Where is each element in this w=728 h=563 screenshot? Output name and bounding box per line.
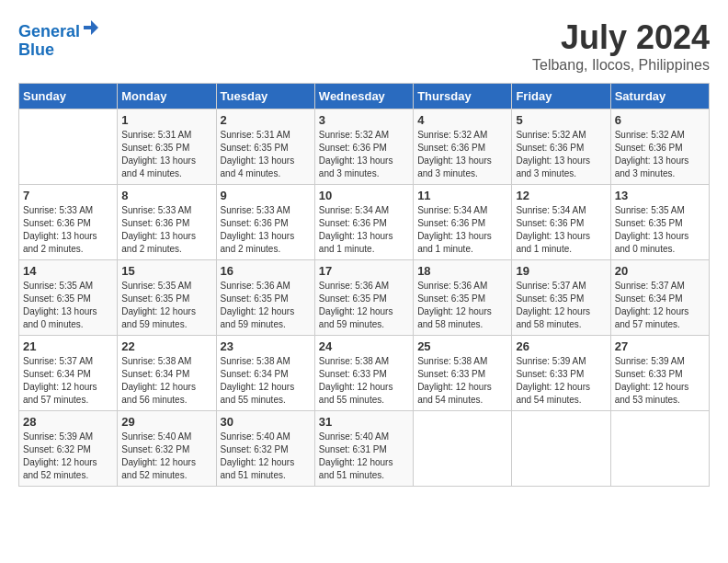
day-number: 28 [23,415,113,429]
day-cell: 8Sunrise: 5:33 AM Sunset: 6:36 PM Daylig… [118,185,216,260]
day-cell: 29Sunrise: 5:40 AM Sunset: 6:32 PM Dayli… [118,411,216,487]
day-cell: 6Sunrise: 5:32 AM Sunset: 6:36 PM Daylig… [610,109,709,185]
day-number: 4 [417,113,507,127]
day-cell: 21Sunrise: 5:37 AM Sunset: 6:34 PM Dayli… [19,336,118,411]
day-number: 7 [23,189,113,202]
day-number: 21 [23,339,113,353]
day-info: Sunrise: 5:32 AM Sunset: 6:36 PM Dayligh… [516,129,606,180]
day-info: Sunrise: 5:39 AM Sunset: 6:32 PM Dayligh… [23,431,113,482]
day-info: Sunrise: 5:39 AM Sunset: 6:33 PM Dayligh… [516,355,606,407]
day-number: 17 [319,264,409,278]
day-info: Sunrise: 5:38 AM Sunset: 6:34 PM Dayligh… [221,355,311,407]
day-cell [610,411,709,487]
day-number: 3 [319,113,409,127]
main-title: July 2024 [532,18,710,57]
day-cell: 4Sunrise: 5:32 AM Sunset: 6:36 PM Daylig… [414,109,512,185]
day-info: Sunrise: 5:40 AM Sunset: 6:32 PM Dayligh… [221,431,311,482]
col-header-wednesday: Wednesday [314,84,413,109]
day-cell: 26Sunrise: 5:39 AM Sunset: 6:33 PM Dayli… [512,336,610,411]
day-info: Sunrise: 5:31 AM Sunset: 6:35 PM Dayligh… [221,129,311,180]
day-info: Sunrise: 5:34 AM Sunset: 6:36 PM Dayligh… [516,204,606,256]
day-info: Sunrise: 5:40 AM Sunset: 6:31 PM Dayligh… [319,431,409,482]
day-number: 8 [121,189,211,202]
day-cell: 25Sunrise: 5:38 AM Sunset: 6:33 PM Dayli… [414,336,512,411]
col-header-monday: Monday [118,84,216,109]
day-number: 6 [615,113,705,127]
day-cell [19,109,118,185]
day-number: 13 [615,189,705,202]
day-cell: 2Sunrise: 5:31 AM Sunset: 6:35 PM Daylig… [216,109,314,185]
day-number: 16 [221,264,311,278]
day-info: Sunrise: 5:38 AM Sunset: 6:33 PM Dayligh… [319,355,409,407]
logo-text: General Blue [18,18,100,60]
day-info: Sunrise: 5:34 AM Sunset: 6:36 PM Dayligh… [319,204,409,256]
week-row-2: 7Sunrise: 5:33 AM Sunset: 6:36 PM Daylig… [19,185,710,260]
day-info: Sunrise: 5:40 AM Sunset: 6:32 PM Dayligh… [121,431,211,482]
day-cell: 7Sunrise: 5:33 AM Sunset: 6:36 PM Daylig… [19,185,118,260]
day-cell: 1Sunrise: 5:31 AM Sunset: 6:35 PM Daylig… [118,109,216,185]
day-number: 19 [516,264,606,278]
day-cell: 17Sunrise: 5:36 AM Sunset: 6:35 PM Dayli… [314,260,413,336]
week-row-5: 28Sunrise: 5:39 AM Sunset: 6:32 PM Dayli… [19,411,710,487]
day-cell: 18Sunrise: 5:36 AM Sunset: 6:35 PM Dayli… [414,260,512,336]
col-header-tuesday: Tuesday [216,84,314,109]
day-info: Sunrise: 5:38 AM Sunset: 6:34 PM Dayligh… [121,355,211,407]
day-number: 15 [121,264,211,278]
day-cell: 19Sunrise: 5:37 AM Sunset: 6:35 PM Dayli… [512,260,610,336]
day-number: 11 [417,189,507,202]
col-header-friday: Friday [512,84,610,109]
page-header: General Blue July 2024 Telbang, Ilocos, … [18,18,710,74]
day-number: 9 [221,189,311,202]
day-info: Sunrise: 5:32 AM Sunset: 6:36 PM Dayligh… [319,129,409,180]
day-number: 2 [221,113,311,127]
day-info: Sunrise: 5:31 AM Sunset: 6:35 PM Dayligh… [121,129,211,180]
day-info: Sunrise: 5:32 AM Sunset: 6:36 PM Dayligh… [417,129,507,180]
day-info: Sunrise: 5:35 AM Sunset: 6:35 PM Dayligh… [121,280,211,331]
day-info: Sunrise: 5:33 AM Sunset: 6:36 PM Dayligh… [23,204,113,256]
day-info: Sunrise: 5:34 AM Sunset: 6:36 PM Dayligh… [417,204,507,256]
day-number: 23 [221,339,311,353]
title-area: July 2024 Telbang, Ilocos, Philippines [532,18,710,74]
day-number: 12 [516,189,606,202]
day-cell: 28Sunrise: 5:39 AM Sunset: 6:32 PM Dayli… [19,411,118,487]
day-number: 31 [319,415,409,429]
day-cell: 12Sunrise: 5:34 AM Sunset: 6:36 PM Dayli… [512,185,610,260]
day-cell: 5Sunrise: 5:32 AM Sunset: 6:36 PM Daylig… [512,109,610,185]
day-cell: 10Sunrise: 5:34 AM Sunset: 6:36 PM Dayli… [314,185,413,260]
day-cell: 20Sunrise: 5:37 AM Sunset: 6:34 PM Dayli… [610,260,709,336]
day-number: 26 [516,339,606,353]
calendar-table: SundayMondayTuesdayWednesdayThursdayFrid… [18,83,710,487]
day-info: Sunrise: 5:35 AM Sunset: 6:35 PM Dayligh… [23,280,113,331]
col-header-sunday: Sunday [19,84,118,109]
week-row-3: 14Sunrise: 5:35 AM Sunset: 6:35 PM Dayli… [19,260,710,336]
day-info: Sunrise: 5:39 AM Sunset: 6:33 PM Dayligh… [615,355,705,407]
day-cell: 9Sunrise: 5:33 AM Sunset: 6:36 PM Daylig… [216,185,314,260]
day-cell: 23Sunrise: 5:38 AM Sunset: 6:34 PM Dayli… [216,336,314,411]
logo: General Blue [18,18,100,60]
day-info: Sunrise: 5:36 AM Sunset: 6:35 PM Dayligh… [417,280,507,331]
col-header-saturday: Saturday [610,84,709,109]
week-row-4: 21Sunrise: 5:37 AM Sunset: 6:34 PM Dayli… [19,336,710,411]
col-header-thursday: Thursday [414,84,512,109]
day-number: 1 [121,113,211,127]
sub-title: Telbang, Ilocos, Philippines [532,57,710,74]
day-number: 18 [417,264,507,278]
week-row-1: 1Sunrise: 5:31 AM Sunset: 6:35 PM Daylig… [19,109,710,185]
day-cell [512,411,610,487]
day-number: 24 [319,339,409,353]
day-cell: 22Sunrise: 5:38 AM Sunset: 6:34 PM Dayli… [118,336,216,411]
day-number: 29 [121,415,211,429]
day-cell: 15Sunrise: 5:35 AM Sunset: 6:35 PM Dayli… [118,260,216,336]
day-number: 22 [121,339,211,353]
day-info: Sunrise: 5:37 AM Sunset: 6:34 PM Dayligh… [23,355,113,407]
day-cell: 31Sunrise: 5:40 AM Sunset: 6:31 PM Dayli… [314,411,413,487]
day-info: Sunrise: 5:38 AM Sunset: 6:33 PM Dayligh… [417,355,507,407]
day-info: Sunrise: 5:37 AM Sunset: 6:35 PM Dayligh… [516,280,606,331]
day-cell: 11Sunrise: 5:34 AM Sunset: 6:36 PM Dayli… [414,185,512,260]
day-cell [414,411,512,487]
day-cell: 14Sunrise: 5:35 AM Sunset: 6:35 PM Dayli… [19,260,118,336]
day-info: Sunrise: 5:33 AM Sunset: 6:36 PM Dayligh… [221,204,311,256]
day-info: Sunrise: 5:37 AM Sunset: 6:34 PM Dayligh… [615,280,705,331]
day-info: Sunrise: 5:33 AM Sunset: 6:36 PM Dayligh… [121,204,211,256]
day-number: 10 [319,189,409,202]
